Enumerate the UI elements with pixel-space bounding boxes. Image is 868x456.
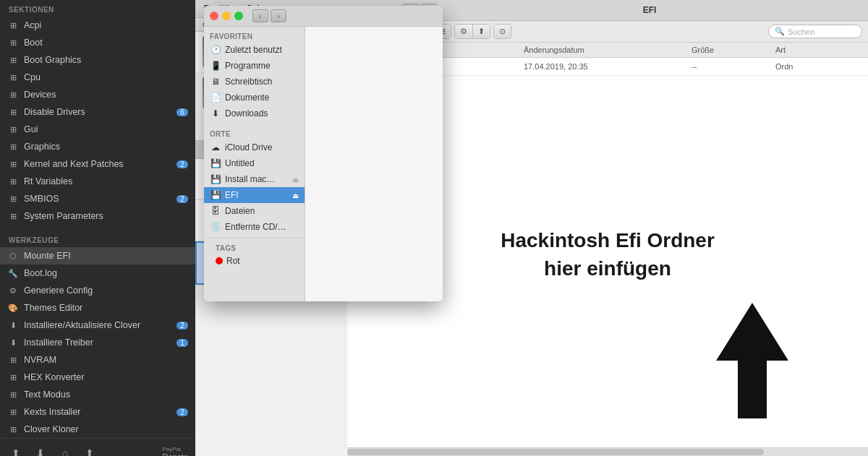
orte-label: Orte: [204, 127, 305, 139]
sidebar-item-graphics[interactable]: ⊞ Graphics: [0, 138, 195, 155]
sidebar-item-disable-drivers[interactable]: ⊞ Disable Drivers 6: [0, 103, 195, 121]
finder-sidebar: Favoriten 🕐 Zuletzt benutzt 📱 Programme …: [204, 27, 305, 301]
sidebar-item-kernel-kext[interactable]: ⊞ Kernel and Kext Patches 2: [0, 155, 195, 173]
sidebar-bottom: ⬆ ⬇ ⌂ ⬆ PayPal Donate: [0, 438, 195, 456]
airdrop-group: ⊙: [493, 24, 511, 39]
efi-icon: ⬡: [7, 250, 19, 262]
sidebar-item-boot[interactable]: ⊞ Boot: [0, 34, 195, 51]
favoriten-label: Favoriten: [204, 30, 305, 42]
paypal-label: PayPal: [163, 446, 188, 452]
sidebar-item-acpi[interactable]: ⊞ Acpi: [0, 17, 195, 34]
sektionen-label: SEKTIONEN: [0, 0, 195, 17]
sidebar-item-themes-editor[interactable]: 🎨 Themes Editor: [0, 299, 195, 317]
finder-popup-titlebar: ‹ ›: [204, 6, 443, 27]
eject-icon-installmac[interactable]: ⏏: [292, 176, 299, 184]
search-bar[interactable]: 🔍 Suchen: [768, 25, 862, 38]
col-date: Änderungsdatum: [524, 46, 692, 54]
sidebar-item-generiere-config[interactable]: ⚙ Generiere Config: [0, 282, 195, 299]
finder-untitled[interactable]: 💾 Untitled: [204, 155, 305, 171]
cloud-icon: ☁: [210, 142, 221, 153]
sidebar-item-rt-variables[interactable]: ⊞ Rt Variables: [0, 173, 195, 190]
finder-zuletzt[interactable]: 🕐 Zuletzt benutzt: [204, 42, 305, 58]
finder-schreibtisch[interactable]: 🖥 Schreibtisch: [204, 74, 305, 90]
clock-icon: 🕐: [210, 44, 221, 56]
grid-icon: ⊞: [7, 89, 19, 100]
grid-icon: ⊞: [7, 193, 19, 205]
kloner-icon: ⊞: [7, 423, 19, 435]
download-bottom-icon[interactable]: ⬇: [32, 444, 49, 456]
red-tag-dot: [216, 257, 223, 264]
disk3-icon: 💾: [210, 189, 221, 201]
sidebar-item-kexts[interactable]: ⊞ Kexts Installer 2: [0, 403, 195, 421]
eject-icon-efi[interactable]: ⏏: [292, 192, 299, 199]
search-placeholder: Suchen: [788, 27, 814, 36]
sidebar-item-nvram[interactable]: ⊞ NVRAM: [0, 351, 195, 369]
sidebar-item-installiere[interactable]: ⬇ Installiere/Aktualisiere Clover 2: [0, 317, 195, 334]
action-group: ⚙ ⬆: [454, 24, 490, 39]
text-icon: ⊞: [7, 389, 19, 400]
upload-bottom-icon[interactable]: ⬆: [7, 444, 25, 456]
kexts-icon: ⊞: [7, 406, 19, 418]
disk-icon: 💾: [210, 158, 221, 169]
disk2-icon: 💾: [210, 173, 221, 185]
sidebar-item-mounte-efi[interactable]: ⬡ Mounte EFI: [0, 247, 195, 264]
finder-install-mac[interactable]: 💾 Install mac… ⏏: [204, 171, 305, 187]
sidebar-item-gui[interactable]: ⊞ Gui: [0, 121, 195, 138]
efi-art: Ordn: [775, 62, 859, 71]
tags-label: Tags: [210, 241, 299, 254]
sidebar-section-sektionen: SEKTIONEN ⊞ Acpi ⊞ Boot ⊞ Boot Graphics …: [0, 0, 195, 225]
maximize-btn[interactable]: [234, 12, 243, 20]
home-bottom-icon[interactable]: ⌂: [56, 444, 74, 456]
sidebar-item-hex-konverter[interactable]: ⊞ HEX Konverter: [0, 369, 195, 386]
finder-downloads[interactable]: ⬇ Downloads: [204, 106, 305, 121]
hex-icon: ⊞: [7, 371, 19, 383]
sidebar-item-boot-graphics[interactable]: ⊞ Boot Graphics: [0, 51, 195, 69]
main-content: Partitions Schema Gerä Volumenname: BSD …: [195, 0, 868, 456]
sidebar-item-devices[interactable]: ⊞ Devices: [0, 86, 195, 103]
finder-tag-rot[interactable]: Rot: [210, 254, 299, 268]
downloads-icon: ⬇: [210, 108, 221, 119]
finder-main-area: [305, 27, 443, 301]
search-icon: 🔍: [775, 27, 785, 36]
minimize-btn[interactable]: [222, 12, 231, 20]
finder-dokumente[interactable]: 📄 Dokumente: [204, 90, 305, 106]
sidebar-item-cpu[interactable]: ⊞ Cpu: [0, 69, 195, 86]
instruction-line2: hier einfügen: [501, 254, 715, 283]
finder-entfernte-cd[interactable]: 💿 Entfernte CD/…: [204, 219, 305, 235]
finder-programme[interactable]: 📱 Programme: [204, 58, 305, 74]
share-bottom-icon[interactable]: ⬆: [81, 444, 98, 456]
finder-overlay: ‹ › Favoriten 🕐 Zuletzt benutzt �: [195, 0, 868, 456]
instruction-line1: Hackintosh Efi Ordner: [501, 226, 715, 254]
settings-btn[interactable]: ⚙: [455, 25, 473, 38]
treiber-badge: 1: [176, 339, 188, 347]
finder-efi[interactable]: 💾 EFI ⏏: [204, 187, 305, 203]
nvram-icon: ⊞: [7, 354, 19, 366]
airdrop-btn[interactable]: ⊙: [494, 25, 511, 38]
donate-area[interactable]: PayPal Donate: [163, 446, 188, 457]
sidebar-item-installiere-treiber[interactable]: ⬇ Installiere Treiber 1: [0, 334, 195, 351]
back-btn[interactable]: ‹: [252, 9, 268, 22]
forward-btn[interactable]: ›: [271, 9, 286, 22]
efi-date: 17.04.2019, 20:35: [524, 62, 692, 71]
grid-icon: ⊞: [7, 20, 19, 31]
sidebar-item-smbios[interactable]: ⊞ SMBIOS 2: [0, 190, 195, 207]
horizontal-scrollbar[interactable]: [347, 447, 868, 456]
desktop-icon: 🖥: [210, 76, 221, 87]
config-icon: ⚙: [7, 285, 19, 296]
treiber-icon: ⬇: [7, 337, 19, 348]
theme-icon: 🎨: [7, 302, 19, 314]
sidebar-item-system-params[interactable]: ⊞ System Parameters: [0, 207, 195, 225]
donate-text: Donate: [163, 452, 188, 457]
close-btn[interactable]: [210, 12, 218, 20]
sidebar-item-text-modus[interactable]: ⊞ Text Modus: [0, 386, 195, 403]
favoriten-section: Favoriten 🕐 Zuletzt benutzt 📱 Programme …: [204, 27, 305, 124]
share-btn[interactable]: ⬆: [473, 25, 490, 38]
sidebar-item-boot-log[interactable]: 🔧 Boot.log: [0, 264, 195, 282]
cd-icon: 💿: [210, 221, 221, 233]
finder-dateien[interactable]: 🗄 Dateien: [204, 203, 305, 219]
grid-icon: ⊞: [7, 141, 19, 152]
installiere-badge: 2: [176, 322, 188, 330]
grid-icon: ⊞: [7, 176, 19, 187]
finder-icloud[interactable]: ☁ iCloud Drive: [204, 139, 305, 155]
sidebar-item-clover-kloner[interactable]: ⊞ Clover Kloner: [0, 421, 195, 438]
